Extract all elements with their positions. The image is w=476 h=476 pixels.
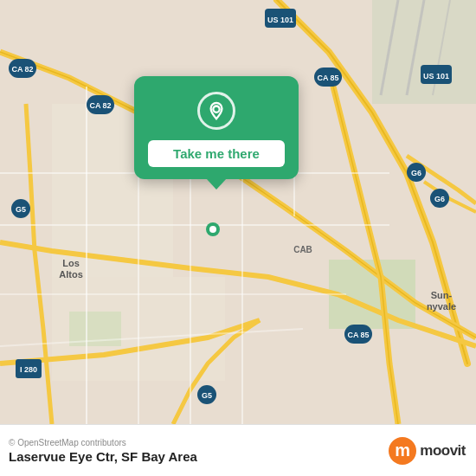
svg-text:Los: Los <box>62 258 80 268</box>
moovit-m-icon: m <box>389 437 416 465</box>
bottom-bar: © OpenStreetMap contributors Laservue Ey… <box>0 424 476 476</box>
moovit-logo: m moovit <box>389 437 466 465</box>
svg-text:I 280: I 280 <box>20 365 37 374</box>
svg-text:G5: G5 <box>16 205 26 214</box>
svg-text:Altos: Altos <box>59 269 83 280</box>
svg-point-47 <box>209 226 216 233</box>
svg-text:G5: G5 <box>202 391 212 400</box>
svg-text:G6: G6 <box>434 195 445 203</box>
svg-text:CA 82: CA 82 <box>89 101 111 110</box>
bottom-left: © OpenStreetMap contributors Laservue Ey… <box>9 438 197 464</box>
svg-text:G6: G6 <box>411 169 421 177</box>
moovit-text: moovit <box>420 442 466 460</box>
svg-text:nyvale: nyvale <box>427 301 456 312</box>
svg-text:US 101: US 101 <box>267 16 293 24</box>
svg-text:Sun-: Sun- <box>431 290 453 300</box>
svg-text:CA 85: CA 85 <box>347 331 369 339</box>
svg-text:US 101: US 101 <box>423 72 449 80</box>
svg-point-48 <box>213 106 219 113</box>
svg-text:CAB: CAB <box>293 245 312 254</box>
map-container: US 101 US 101 CA 82 CA 82 CA 85 CA 85 G5… <box>0 0 476 424</box>
svg-text:CA 82: CA 82 <box>11 65 33 74</box>
svg-text:CA 85: CA 85 <box>317 74 338 82</box>
map-attribution: © OpenStreetMap contributors <box>9 438 197 447</box>
location-pin-icon <box>197 92 235 130</box>
popup-card: Take me there <box>134 76 299 179</box>
take-me-there-button[interactable]: Take me there <box>148 140 285 167</box>
location-name: Laservue Eye Ctr, SF Bay Area <box>9 449 197 464</box>
